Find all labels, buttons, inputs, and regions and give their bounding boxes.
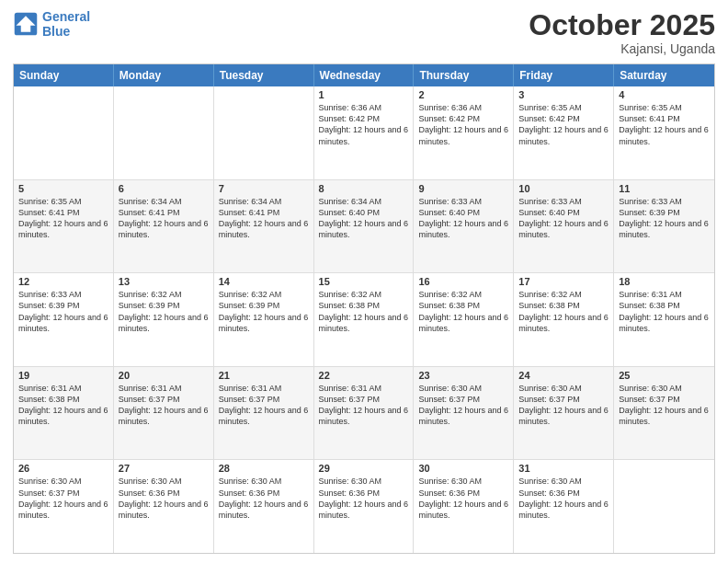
sunset-28: Sunset: 6:36 PM bbox=[219, 488, 280, 498]
day-number-7: 7 bbox=[219, 183, 309, 194]
daylight-19: Daylight: 12 hours and 6 minutes. bbox=[18, 406, 108, 426]
day-info-20: Sunrise: 6:31 AMSunset: 6:37 PMDaylight:… bbox=[119, 383, 209, 428]
sunset-27: Sunset: 6:36 PM bbox=[119, 488, 180, 498]
sunrise-10: Sunrise: 6:33 AM bbox=[518, 197, 582, 206]
day-number-16: 16 bbox=[418, 276, 508, 287]
daylight-15: Daylight: 12 hours and 6 minutes. bbox=[319, 313, 409, 333]
day-info-19: Sunrise: 6:31 AMSunset: 6:38 PMDaylight:… bbox=[18, 383, 108, 428]
empty-cell bbox=[14, 86, 114, 179]
week-row-5: 26Sunrise: 6:30 AMSunset: 6:37 PMDayligh… bbox=[14, 459, 714, 553]
daylight-30: Daylight: 12 hours and 6 minutes. bbox=[418, 500, 508, 520]
sunset-19: Sunset: 6:38 PM bbox=[18, 395, 80, 404]
sunrise-16: Sunrise: 6:32 AM bbox=[418, 290, 482, 299]
sunset-22: Sunset: 6:37 PM bbox=[319, 395, 381, 404]
calendar-header-row: Sunday Monday Tuesday Wednesday Thursday… bbox=[14, 64, 714, 86]
daylight-16: Daylight: 12 hours and 6 minutes. bbox=[418, 313, 508, 333]
day-cell-23: 23Sunrise: 6:30 AMSunset: 6:37 PMDayligh… bbox=[414, 367, 514, 460]
sunrise-13: Sunrise: 6:32 AM bbox=[119, 290, 182, 299]
page: General Blue October 2025 Kajansi, Ugand… bbox=[0, 0, 728, 563]
day-number-19: 19 bbox=[18, 370, 108, 381]
day-info-7: Sunrise: 6:34 AMSunset: 6:41 PMDaylight:… bbox=[219, 196, 309, 241]
sunrise-23: Sunrise: 6:30 AM bbox=[418, 384, 482, 393]
daylight-23: Daylight: 12 hours and 6 minutes. bbox=[418, 406, 508, 426]
sunrise-11: Sunrise: 6:33 AM bbox=[619, 197, 682, 206]
day-number-3: 3 bbox=[518, 89, 609, 100]
daylight-10: Daylight: 12 hours and 6 minutes. bbox=[518, 219, 609, 239]
day-number-30: 30 bbox=[418, 463, 508, 474]
daylight-7: Daylight: 12 hours and 6 minutes. bbox=[219, 219, 309, 239]
day-number-15: 15 bbox=[319, 276, 409, 287]
day-number-25: 25 bbox=[619, 370, 710, 381]
sunset-13: Sunset: 6:39 PM bbox=[119, 301, 180, 310]
day-cell-2: 2Sunrise: 6:36 AMSunset: 6:42 PMDaylight… bbox=[414, 86, 514, 179]
day-cell-13: 13Sunrise: 6:32 AMSunset: 6:39 PMDayligh… bbox=[114, 273, 214, 366]
sunrise-3: Sunrise: 6:35 AM bbox=[518, 103, 582, 112]
empty-cell bbox=[214, 86, 314, 179]
header-sunday: Sunday bbox=[14, 64, 114, 86]
sunrise-14: Sunrise: 6:32 AM bbox=[219, 290, 282, 299]
day-info-12: Sunrise: 6:33 AMSunset: 6:39 PMDaylight:… bbox=[18, 289, 108, 334]
sunrise-24: Sunrise: 6:30 AM bbox=[518, 384, 582, 393]
sunset-21: Sunset: 6:37 PM bbox=[219, 395, 280, 404]
day-number-10: 10 bbox=[518, 183, 609, 194]
day-number-6: 6 bbox=[119, 183, 209, 194]
day-number-28: 28 bbox=[219, 463, 309, 474]
day-cell-19: 19Sunrise: 6:31 AMSunset: 6:38 PMDayligh… bbox=[14, 367, 114, 460]
day-cell-27: 27Sunrise: 6:30 AMSunset: 6:36 PMDayligh… bbox=[114, 460, 214, 553]
daylight-12: Daylight: 12 hours and 6 minutes. bbox=[18, 313, 108, 333]
sunset-9: Sunset: 6:40 PM bbox=[418, 208, 480, 217]
day-info-26: Sunrise: 6:30 AMSunset: 6:37 PMDaylight:… bbox=[18, 476, 108, 521]
daylight-9: Daylight: 12 hours and 6 minutes. bbox=[418, 219, 508, 239]
day-info-11: Sunrise: 6:33 AMSunset: 6:39 PMDaylight:… bbox=[619, 196, 710, 241]
day-cell-10: 10Sunrise: 6:33 AMSunset: 6:40 PMDayligh… bbox=[514, 180, 614, 273]
sunset-11: Sunset: 6:39 PM bbox=[619, 208, 680, 217]
day-number-22: 22 bbox=[319, 370, 409, 381]
daylight-22: Daylight: 12 hours and 6 minutes. bbox=[319, 406, 409, 426]
day-info-13: Sunrise: 6:32 AMSunset: 6:39 PMDaylight:… bbox=[119, 289, 209, 334]
daylight-25: Daylight: 12 hours and 6 minutes. bbox=[619, 406, 709, 426]
header-tuesday: Tuesday bbox=[214, 64, 314, 86]
day-cell-24: 24Sunrise: 6:30 AMSunset: 6:37 PMDayligh… bbox=[514, 367, 614, 460]
daylight-18: Daylight: 12 hours and 6 minutes. bbox=[619, 313, 709, 333]
sunrise-1: Sunrise: 6:36 AM bbox=[319, 103, 382, 112]
sunset-2: Sunset: 6:42 PM bbox=[418, 114, 480, 123]
day-cell-12: 12Sunrise: 6:33 AMSunset: 6:39 PMDayligh… bbox=[14, 273, 114, 366]
sunrise-6: Sunrise: 6:34 AM bbox=[119, 197, 182, 206]
daylight-1: Daylight: 12 hours and 6 minutes. bbox=[319, 125, 409, 145]
sunset-24: Sunset: 6:37 PM bbox=[518, 395, 580, 404]
sunrise-31: Sunrise: 6:30 AM bbox=[518, 477, 582, 486]
empty-cell bbox=[614, 460, 714, 553]
daylight-11: Daylight: 12 hours and 6 minutes. bbox=[619, 219, 709, 239]
sunrise-30: Sunrise: 6:30 AM bbox=[418, 477, 482, 486]
daylight-28: Daylight: 12 hours and 6 minutes. bbox=[219, 500, 309, 520]
day-number-2: 2 bbox=[418, 89, 508, 100]
day-info-8: Sunrise: 6:34 AMSunset: 6:40 PMDaylight:… bbox=[319, 196, 409, 241]
day-info-30: Sunrise: 6:30 AMSunset: 6:36 PMDaylight:… bbox=[418, 476, 508, 521]
day-cell-17: 17Sunrise: 6:32 AMSunset: 6:38 PMDayligh… bbox=[514, 273, 614, 366]
sunrise-18: Sunrise: 6:31 AM bbox=[619, 290, 682, 299]
calendar-body: 1Sunrise: 6:36 AMSunset: 6:42 PMDaylight… bbox=[14, 86, 714, 553]
sunrise-15: Sunrise: 6:32 AM bbox=[319, 290, 382, 299]
day-number-18: 18 bbox=[619, 276, 710, 287]
sunset-18: Sunset: 6:38 PM bbox=[619, 301, 680, 310]
day-cell-21: 21Sunrise: 6:31 AMSunset: 6:37 PMDayligh… bbox=[214, 367, 314, 460]
sunset-20: Sunset: 6:37 PM bbox=[119, 395, 180, 404]
sunrise-20: Sunrise: 6:31 AM bbox=[119, 384, 182, 393]
sunrise-29: Sunrise: 6:30 AM bbox=[319, 477, 382, 486]
day-cell-9: 9Sunrise: 6:33 AMSunset: 6:40 PMDaylight… bbox=[414, 180, 514, 273]
sunset-5: Sunset: 6:41 PM bbox=[18, 208, 80, 217]
calendar: Sunday Monday Tuesday Wednesday Thursday… bbox=[13, 63, 715, 554]
daylight-27: Daylight: 12 hours and 6 minutes. bbox=[119, 500, 209, 520]
day-number-21: 21 bbox=[219, 370, 309, 381]
day-info-2: Sunrise: 6:36 AMSunset: 6:42 PMDaylight:… bbox=[418, 102, 508, 147]
header-friday: Friday bbox=[514, 64, 614, 86]
sunset-31: Sunset: 6:36 PM bbox=[518, 488, 580, 498]
day-cell-3: 3Sunrise: 6:35 AMSunset: 6:42 PMDaylight… bbox=[514, 86, 614, 179]
day-number-5: 5 bbox=[18, 183, 108, 194]
sunrise-21: Sunrise: 6:31 AM bbox=[219, 384, 282, 393]
day-cell-25: 25Sunrise: 6:30 AMSunset: 6:37 PMDayligh… bbox=[614, 367, 714, 460]
day-info-23: Sunrise: 6:30 AMSunset: 6:37 PMDaylight:… bbox=[418, 383, 508, 428]
daylight-21: Daylight: 12 hours and 6 minutes. bbox=[219, 406, 309, 426]
daylight-4: Daylight: 12 hours and 6 minutes. bbox=[619, 125, 709, 145]
sunrise-5: Sunrise: 6:35 AM bbox=[18, 197, 82, 206]
